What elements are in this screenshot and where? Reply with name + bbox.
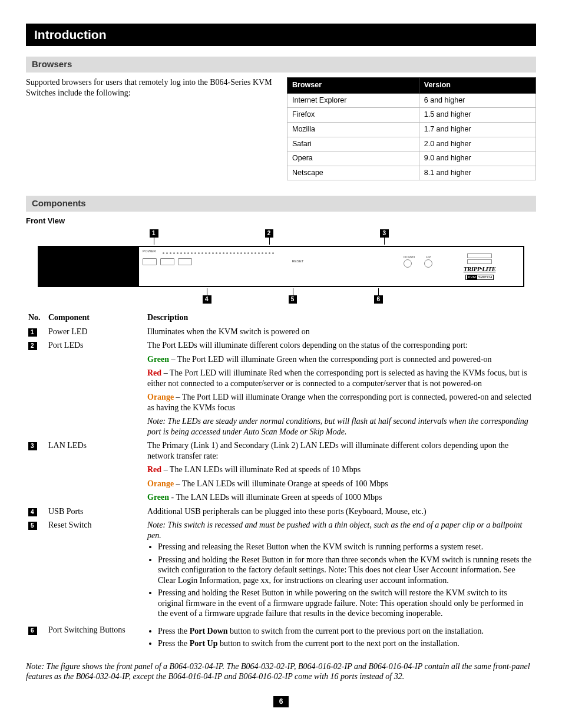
- table-row: Safari2.0 and higher: [287, 137, 536, 151]
- table-row: Netscape8.1 and higher: [287, 166, 536, 180]
- subheading-components: Components: [26, 196, 536, 212]
- usb-port-icon: [178, 258, 192, 265]
- panel-black-region: [39, 247, 139, 286]
- down-button-icon: [404, 259, 412, 268]
- table-row: 6 Port Switching Buttons Press the Port …: [26, 623, 536, 653]
- table-row: Internet Explorer6 and higher: [287, 93, 536, 108]
- table-row: 5 Reset Switch Note: This switch is rece…: [26, 518, 536, 623]
- table-row: Opera9.0 and higher: [287, 151, 536, 166]
- components-table: No. Component Description 1 Power LED Il…: [26, 311, 536, 653]
- up-label: UP: [424, 255, 432, 260]
- th-no: No.: [26, 311, 46, 325]
- panel-right-region: TRIPP·LITE KVM SWITCH: [436, 247, 523, 286]
- subheading-browsers: Browsers: [26, 57, 536, 73]
- usb-port-icon: [143, 258, 157, 265]
- table-row: Firefox1.5 and higher: [287, 108, 536, 123]
- browsers-intro-text: Supported browsers for users that remote…: [26, 77, 275, 98]
- front-view-label: Front View: [26, 216, 536, 226]
- lan-led-icon: [467, 259, 492, 264]
- panel-main-region: POWER RESET DOWN: [139, 247, 436, 286]
- brand-logo: TRIPP·LITE: [464, 265, 496, 274]
- browsers-th-version: Version: [419, 78, 535, 94]
- reset-label: RESET: [292, 259, 303, 264]
- table-row: 3 LAN LEDs The Primary (Link 1) and Seco…: [26, 439, 536, 505]
- section-title-introduction: Introduction: [26, 24, 536, 46]
- callout-3: 3: [380, 229, 389, 238]
- power-label: POWER: [143, 249, 156, 254]
- callout-1: 1: [150, 229, 158, 238]
- front-view-diagram: 1 2 3 POWER RESET: [26, 229, 536, 304]
- table-row: 4 USB Ports Additional USB peripherals c…: [26, 505, 536, 519]
- table-row: 1 Power LED Illuminates when the KVM swi…: [26, 325, 536, 339]
- callout-2: 2: [265, 229, 274, 238]
- th-component: Component: [46, 311, 145, 325]
- th-description: Description: [145, 311, 536, 325]
- down-label: DOWN: [404, 255, 415, 260]
- callout-6: 6: [374, 295, 383, 304]
- usb-port-icon: [160, 258, 174, 265]
- browsers-table: Browser Version Internet Explorer6 and h…: [287, 77, 536, 180]
- callout-4: 4: [203, 295, 211, 304]
- table-row: Mozilla1.7 and higher: [287, 122, 536, 137]
- kvm-switch-badge: KVM SWITCH: [465, 275, 494, 281]
- page-number: 6: [273, 696, 289, 707]
- lan-led-icon: [467, 253, 492, 258]
- browsers-th-browser: Browser: [287, 78, 419, 94]
- figure-footnote: Note: The figure shows the front panel o…: [26, 661, 536, 682]
- callout-5: 5: [289, 295, 297, 304]
- up-button-icon: [424, 259, 432, 268]
- table-row: 2 Port LEDs The Port LEDs will illuminat…: [26, 338, 536, 439]
